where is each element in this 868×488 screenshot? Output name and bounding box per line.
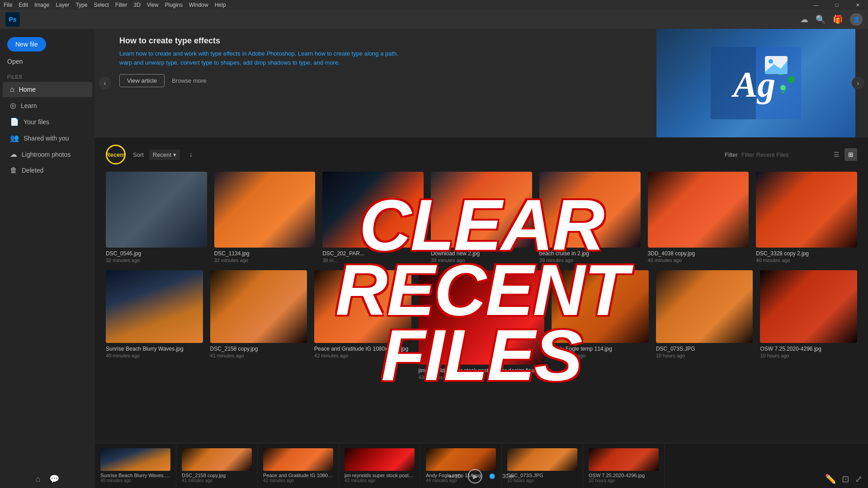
bottom-chat-icon[interactable]: 💬 <box>49 474 59 484</box>
bottom-home-icon[interactable]: ⌂ <box>36 474 41 484</box>
filmstrip-item-2[interactable]: Peace and Gratitude IG 1080x1350.jpg 42 … <box>258 445 339 487</box>
file-grid-row2: Sunrise Beach Blurry Waves.jpg 40 minute… <box>106 270 857 380</box>
file-name-8: DSC_2158 copy.jpg <box>210 346 307 352</box>
file-card-6[interactable]: DSC_3328 copy 2.jpg 40 minutes ago <box>756 172 857 263</box>
menu-type[interactable]: Type <box>75 2 87 8</box>
file-card-1[interactable]: DSC_1134.jpg 32 minutes ago <box>214 172 316 263</box>
file-name-4: beach cruise in 2.jpg <box>539 250 641 257</box>
play-button[interactable]: ▶ <box>468 469 482 483</box>
file-time-7: 40 minutes ago <box>106 353 203 358</box>
filmstrip-time-3: 43 minutes ago <box>344 478 415 483</box>
sidebar-deleted-label: Deleted <box>22 167 43 174</box>
sort-dropdown[interactable]: Recent ▾ <box>149 150 180 160</box>
pen-icon[interactable]: ✏️ <box>825 474 836 484</box>
file-name-11: Andy Fogle temp 114.jpg <box>552 346 649 352</box>
menu-window[interactable]: Window <box>189 2 208 8</box>
menu-3d[interactable]: 3D <box>133 2 140 8</box>
learn-featured-image: Ag ✓ <box>656 29 855 137</box>
sort-chevron-icon: ▾ <box>173 151 176 158</box>
file-time-13: 10 hours ago <box>760 353 857 358</box>
menu-plugins[interactable]: Plugins <box>165 2 183 8</box>
file-card-8[interactable]: DSC_2158 copy.jpg 41 minutes ago <box>210 270 307 380</box>
menu-file[interactable]: File <box>4 2 12 8</box>
filmstrip-thumb-2 <box>263 448 333 471</box>
filter-label: Filter <box>725 151 738 158</box>
search-icon[interactable]: 🔍 <box>816 14 826 24</box>
file-card-13[interactable]: OSW 7.25.2020-4296.jpg 10 hours ago <box>760 270 857 380</box>
sidebar-item-your-files[interactable]: 📄 Your files <box>3 114 92 130</box>
menu-filter[interactable]: Filter <box>115 2 127 8</box>
scroll-down-button[interactable]: ↓ <box>185 149 196 160</box>
file-thumb-2 <box>322 172 424 248</box>
file-card-0[interactable]: DSC_0546.jpg 32 minutes ago <box>106 172 207 263</box>
file-card-5[interactable]: 3DD_4038 copy.jpg 40 minutes ago <box>648 172 749 263</box>
filmstrip-name-5: DSC_073S.JPG <box>507 473 577 478</box>
file-thumb-9 <box>314 270 411 343</box>
browse-more-link[interactable]: Browse more <box>172 77 207 84</box>
filter-area: Filter <box>725 151 823 158</box>
skip-forward-button[interactable]: 30 ⏭ <box>502 473 514 479</box>
file-name-9: Peace and Gratitude IG 1080x1350.jpg <box>314 346 411 352</box>
progress-indicator[interactable] <box>490 474 495 479</box>
title-bar: Ps ☁ 🔍 🎁 👤 <box>0 10 868 29</box>
cloud-icon[interactable]: ☁ <box>800 14 808 24</box>
expand-icon[interactable]: ⤢ <box>855 474 863 484</box>
menu-edit[interactable]: Edit <box>19 2 28 8</box>
file-card-10[interactable]: jim reynolds super stock poster 2 car de… <box>419 270 545 380</box>
file-card-2[interactable]: DSC_202_PAR... 38 m... <box>322 172 424 263</box>
open-button[interactable]: Open <box>0 55 30 68</box>
minimize-button[interactable]: — <box>806 0 826 10</box>
close-button[interactable]: ✕ <box>847 0 868 10</box>
sidebar-item-home[interactable]: ⌂ Home <box>3 82 92 97</box>
file-card-7[interactable]: Sunrise Beach Blurry Waves.jpg 40 minute… <box>106 270 203 380</box>
filmstrip-item-3[interactable]: jim reynolds super stock poster 2 car de… <box>339 445 420 487</box>
file-card-3[interactable]: Download new 2.jpg 39 minutes ago <box>431 172 532 263</box>
filmstrip-item-6[interactable]: OSW 7.25.2020-4296.jpg 10 hours ago <box>583 445 665 487</box>
sidebar-shared-label: Shared with you <box>24 135 69 142</box>
skip-forward-label: 30 <box>502 473 508 479</box>
filmstrip-item-1[interactable]: DSC_2158 copy.jpg 41 minutes ago <box>176 445 258 487</box>
file-card-4[interactable]: beach cruise in 2.jpg 39 minutes ago <box>539 172 641 263</box>
list-view-button[interactable]: ☰ <box>830 148 843 161</box>
recent-badge[interactable]: Recent <box>106 145 126 164</box>
file-thumb-1 <box>214 172 316 248</box>
user-avatar[interactable]: 👤 <box>850 13 863 26</box>
sidebar-item-learn[interactable]: ◎ Learn <box>3 98 92 113</box>
crop-icon[interactable]: ⊡ <box>842 474 849 484</box>
filmstrip-thumb-1 <box>182 448 252 471</box>
view-article-button[interactable]: View article <box>119 74 165 87</box>
skip-back-button[interactable]: ⏮ 10 <box>448 473 461 479</box>
menu-select[interactable]: Select <box>94 2 108 8</box>
file-thumb-12 <box>656 270 753 343</box>
sidebar-item-shared[interactable]: 👥 Shared with you <box>3 130 92 146</box>
skip-back-label: 10 <box>455 473 461 479</box>
gift-icon[interactable]: 🎁 <box>833 14 843 24</box>
file-card-9[interactable]: Peace and Gratitude IG 1080x1350.jpg 42 … <box>314 270 411 380</box>
menu-help[interactable]: Help <box>215 2 226 8</box>
menu-layer[interactable]: Layer <box>56 2 69 8</box>
filmstrip-name-6: OSW 7.25.2020-4296.jpg <box>589 473 659 478</box>
filmstrip-item-0[interactable]: Sunrise Beach Blurry Waves.jpg 40 minute… <box>95 445 176 487</box>
file-time-1: 32 minutes ago <box>214 258 316 263</box>
file-time-11: 44 minutes ago <box>552 353 649 358</box>
filter-input[interactable] <box>741 151 823 158</box>
sidebar-item-lightroom[interactable]: ☁ Lightroom photos <box>3 146 92 162</box>
menu-view[interactable]: View <box>147 2 159 8</box>
learn-next-button[interactable]: › <box>852 77 864 89</box>
skip-forward-icon: ⏭ <box>509 473 514 479</box>
file-card-11[interactable]: Andy Fogle temp 114.jpg 44 minutes ago <box>552 270 649 380</box>
grid-view-button[interactable]: ⊞ <box>844 148 857 161</box>
file-card-12[interactable]: DSC_073S.JPG 10 hours ago <box>656 270 753 380</box>
ag-logo-svg: Ag ✓ <box>711 47 801 119</box>
learn-featured-bg: Ag ✓ <box>656 29 855 137</box>
file-name-5: 3DD_4038 copy.jpg <box>648 250 749 257</box>
learn-prev-button[interactable]: ‹ <box>99 77 111 89</box>
menu-image[interactable]: Image <box>34 2 49 8</box>
learn-panel: ‹ How to create type effects Learn how t… <box>95 29 868 137</box>
new-file-button[interactable]: New file <box>7 37 46 52</box>
maximize-button[interactable]: □ <box>826 0 847 10</box>
sidebar-item-deleted[interactable]: 🗑 Deleted <box>3 163 92 178</box>
file-thumb-4 <box>539 172 641 248</box>
menu-items: File Edit Image Layer Type Select Filter… <box>4 2 226 8</box>
ps-logo: Ps <box>5 12 20 27</box>
